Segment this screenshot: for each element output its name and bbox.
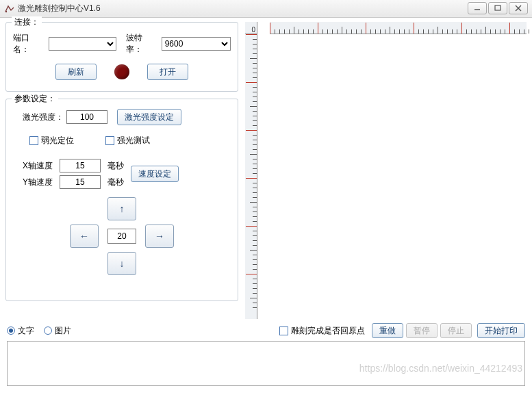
app-icon xyxy=(4,3,15,14)
open-button[interactable]: 打开 xyxy=(147,64,188,80)
start-print-button[interactable]: 开始打印 xyxy=(477,323,525,338)
origin-label: 0 xyxy=(251,26,255,34)
y-speed-input[interactable] xyxy=(60,175,101,189)
title-bar: 激光雕刻控制中心V1.6 xyxy=(0,0,532,18)
refresh-button[interactable]: 刷新 xyxy=(55,64,97,80)
strong-light-checkbox[interactable]: 强光测试 xyxy=(105,135,150,146)
maximize-button[interactable] xyxy=(488,2,507,14)
output-textarea[interactable] xyxy=(7,341,525,386)
weak-light-label: 弱光定位 xyxy=(41,135,74,146)
baud-select[interactable]: 9600 xyxy=(162,37,231,51)
laser-intensity-input[interactable] xyxy=(66,110,107,124)
laser-intensity-label: 激光强度： xyxy=(23,112,64,123)
mode-text-label: 文字 xyxy=(18,325,34,337)
mode-text-radio[interactable]: 文字 xyxy=(7,325,34,337)
speed-set-button[interactable]: 速度设定 xyxy=(131,166,179,182)
pause-button[interactable]: 暂停 xyxy=(406,323,438,338)
status-indicator xyxy=(114,64,129,79)
speed-set-label: 速度设定 xyxy=(138,168,171,180)
refresh-button-label: 刷新 xyxy=(68,66,84,78)
return-origin-label: 雕刻完成是否回原点 xyxy=(291,325,365,337)
close-button[interactable] xyxy=(509,2,528,14)
port-select[interactable] xyxy=(49,37,116,51)
pause-label: 暂停 xyxy=(414,325,430,337)
radio-icon xyxy=(7,326,15,335)
move-up-button[interactable]: ↑ xyxy=(107,197,136,220)
baud-label: 波特率： xyxy=(126,32,159,55)
minimize-button[interactable] xyxy=(468,2,487,14)
open-button-label: 打开 xyxy=(160,66,176,78)
mode-image-label: 图片 xyxy=(55,325,71,337)
move-left-button[interactable]: ← xyxy=(70,225,99,248)
preview-canvas[interactable] xyxy=(257,34,527,319)
x-speed-input[interactable] xyxy=(60,159,101,172)
ruler-origin: 0 xyxy=(245,22,257,34)
strong-light-label: 强光测试 xyxy=(117,135,150,146)
svg-rect-2 xyxy=(495,5,501,10)
ruler-vertical xyxy=(245,34,257,319)
mode-image-radio[interactable]: 图片 xyxy=(44,325,71,337)
stop-button[interactable]: 停止 xyxy=(440,323,472,338)
checkbox-icon xyxy=(279,326,288,335)
laser-intensity-set-label: 激光强度设定 xyxy=(125,112,174,123)
checkbox-icon xyxy=(29,136,38,145)
start-print-label: 开始打印 xyxy=(485,325,518,337)
port-label: 端口名： xyxy=(13,32,46,55)
step-input[interactable] xyxy=(107,229,136,244)
redo-label: 重做 xyxy=(379,325,396,337)
connection-legend: 连接： xyxy=(12,16,42,28)
checkbox-icon xyxy=(105,136,114,145)
x-speed-unit: 毫秒 xyxy=(107,160,124,172)
laser-intensity-set-button[interactable]: 激光强度设定 xyxy=(117,109,181,125)
redo-button[interactable]: 重做 xyxy=(372,323,403,338)
x-speed-label: X轴速度 xyxy=(23,160,57,172)
window-title: 激光雕刻控制中心V1.6 xyxy=(18,3,101,14)
y-speed-unit: 毫秒 xyxy=(107,177,124,188)
ruler-horizontal xyxy=(270,22,527,34)
radio-icon xyxy=(44,326,52,335)
move-down-button[interactable]: ↓ xyxy=(107,252,136,275)
params-group: 参数设定： 激光强度： 激光强度设定 弱光定位 强光测试 xyxy=(5,99,238,301)
params-legend: 参数设定： xyxy=(12,93,58,105)
bottom-panel: 文字 图片 雕刻完成是否回原点 重做 暂停 停止 开始打印 xyxy=(0,319,532,394)
preview-area: 0 xyxy=(245,22,527,319)
stop-label: 停止 xyxy=(448,325,464,337)
y-speed-label: Y轴速度 xyxy=(23,177,57,188)
connection-group: 连接： 端口名： 波特率： 9600 刷新 打开 xyxy=(5,22,238,92)
return-origin-checkbox[interactable]: 雕刻完成是否回原点 xyxy=(279,325,365,337)
weak-light-checkbox[interactable]: 弱光定位 xyxy=(29,135,74,146)
move-right-button[interactable]: → xyxy=(145,225,174,248)
direction-pad: ↑ ← → ↓ xyxy=(53,197,190,272)
svg-point-0 xyxy=(5,10,7,12)
